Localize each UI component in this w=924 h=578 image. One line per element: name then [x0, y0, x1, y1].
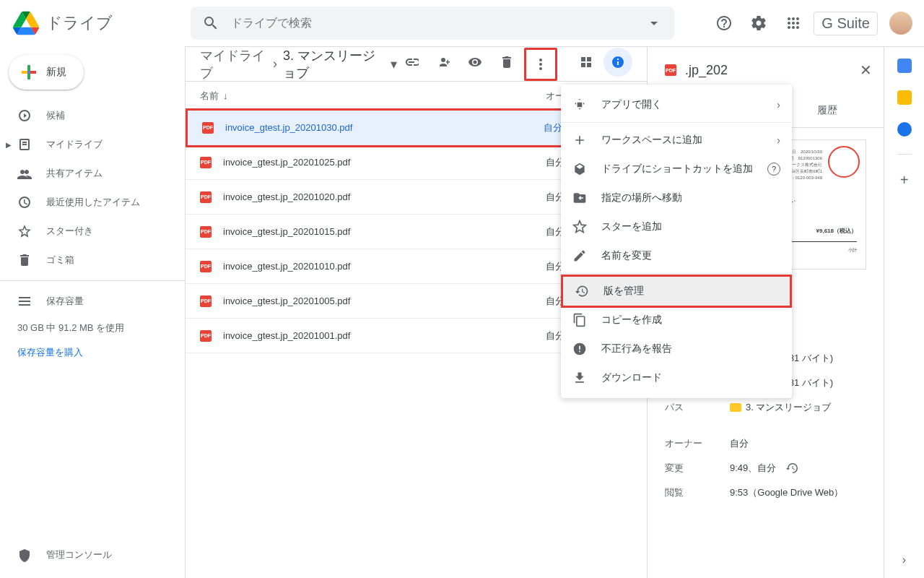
breadcrumb-root[interactable]: マイドライブ: [200, 47, 267, 82]
sort-arrow-icon[interactable]: ↓: [223, 90, 228, 101]
nav-recent[interactable]: 最近使用したアイテム: [0, 188, 173, 217]
pdf-icon: PDF: [200, 226, 212, 238]
preview-icon[interactable]: [461, 48, 489, 77]
svg-point-1: [539, 63, 542, 66]
breadcrumb-bar: マイドライブ › 3. マンスリージョブ ▾: [186, 47, 647, 82]
menu-rename[interactable]: 名前を変更: [561, 241, 792, 270]
tasks-app-icon[interactable]: [897, 122, 912, 137]
file-name: invoice_gtest.jp_20201015.pdf: [223, 226, 350, 237]
gsuite-label[interactable]: G Suite: [814, 12, 878, 35]
menu-report-abuse[interactable]: 不正行為を報告: [561, 335, 792, 363]
folder-icon: [730, 403, 741, 412]
context-menu: アプリで開く› ワークスペースに追加› ドライブにショートカットを追加? 指定の…: [561, 85, 792, 398]
pdf-icon: PDF: [200, 330, 212, 342]
nav-priority[interactable]: 候補: [0, 101, 173, 130]
menu-make-copy[interactable]: コピーを作成: [561, 306, 792, 335]
file-name: invoice_gtest.jp_20201001.pdf: [223, 330, 350, 341]
pdf-icon: PDF: [665, 64, 676, 76]
search-input[interactable]: [231, 17, 634, 30]
add-app-icon[interactable]: +: [900, 172, 909, 189]
storage-usage: 30 GB 中 91.2 MB を使用: [0, 316, 185, 340]
apps-icon[interactable]: [779, 9, 808, 38]
new-button-label: 新規: [46, 66, 66, 79]
sidebar: 新規 候補 ▶マイドライブ 共有アイテム 最近使用したアイテム スター付き ゴミ…: [0, 46, 185, 578]
menu-download[interactable]: ダウンロード: [561, 363, 792, 392]
get-link-icon[interactable]: [397, 48, 426, 77]
pdf-icon: PDF: [200, 191, 212, 203]
file-area: マイドライブ › 3. マンスリージョブ ▾: [186, 47, 647, 578]
search-bar[interactable]: [191, 7, 674, 40]
pdf-icon: PDF: [200, 157, 212, 168]
tab-history[interactable]: 履歴: [800, 93, 855, 127]
new-button[interactable]: 新規: [9, 55, 84, 90]
toolbar: [397, 48, 632, 81]
header-actions: G Suite: [710, 9, 912, 38]
nav-trash[interactable]: ゴミ箱: [0, 246, 173, 275]
file-name: invoice_gtest.jp_20201005.pdf: [223, 296, 350, 306]
pdf-icon: PDF: [202, 122, 214, 134]
path-link[interactable]: 3. マンスリージョブ: [730, 401, 866, 414]
drive-logo-icon: [12, 9, 40, 38]
info-button[interactable]: [603, 48, 632, 77]
file-name: invoice_gtest.jp_20201025.pdf: [223, 157, 350, 168]
menu-move-to[interactable]: 指定の場所へ移動: [561, 184, 792, 212]
share-icon[interactable]: [429, 48, 458, 77]
nav-storage[interactable]: 保存容量: [0, 287, 173, 316]
svg-point-0: [539, 59, 542, 61]
file-name: invoice_gtest.jp_20201010.pdf: [223, 261, 350, 272]
nav-mydrive[interactable]: ▶マイドライブ: [0, 130, 173, 159]
user-avatar[interactable]: [889, 12, 912, 35]
menu-manage-versions[interactable]: 版を管理: [563, 277, 790, 306]
delete-icon[interactable]: [492, 48, 521, 77]
app-header: ドライブ G Suite: [0, 0, 924, 46]
pdf-icon: PDF: [200, 296, 212, 307]
more-actions-button[interactable]: [526, 50, 555, 79]
buy-storage-link[interactable]: 保存容量を購入: [0, 340, 185, 365]
menu-open-with[interactable]: アプリで開く›: [561, 90, 792, 119]
grid-view-icon[interactable]: [572, 48, 601, 77]
breadcrumb-current[interactable]: 3. マンスリージョブ: [283, 47, 385, 82]
details-filename: .jp_202: [685, 63, 851, 78]
dropdown-icon[interactable]: [645, 14, 663, 32]
menu-add-shortcut[interactable]: ドライブにショートカットを追加?: [561, 155, 792, 184]
chevron-right-icon: ›: [777, 134, 780, 146]
collapse-rail-icon[interactable]: ›: [902, 553, 906, 566]
col-name: 名前↓: [200, 90, 546, 103]
main-area: マイドライブ › 3. マンスリージョブ ▾: [185, 46, 924, 578]
keep-app-icon[interactable]: [897, 90, 912, 105]
chevron-right-icon: ›: [777, 99, 780, 111]
logo-area: ドライブ: [12, 9, 185, 38]
svg-point-2: [539, 67, 542, 70]
help-icon[interactable]: ?: [767, 163, 780, 176]
close-icon[interactable]: ✕: [860, 61, 872, 79]
menu-add-workspace[interactable]: ワークスペースに追加›: [561, 126, 792, 155]
expand-icon[interactable]: ▶: [6, 141, 12, 149]
dropdown-icon[interactable]: ▾: [391, 56, 397, 72]
app-title: ドライブ: [46, 12, 113, 34]
chevron-right-icon: ›: [273, 56, 277, 72]
help-icon[interactable]: [710, 9, 738, 38]
calendar-app-icon[interactable]: [897, 59, 912, 73]
file-name: invoice_gtest.jp_20201030.pdf: [225, 122, 352, 133]
search-icon: [202, 14, 219, 32]
nav-shared[interactable]: 共有アイテム: [0, 159, 173, 188]
nav-starred[interactable]: スター付き: [0, 217, 173, 246]
file-name: invoice_gtest.jp_20201020.pdf: [223, 191, 350, 202]
admin-console[interactable]: 管理コンソール: [0, 540, 185, 569]
plus-icon: [20, 64, 38, 81]
pdf-icon: PDF: [200, 261, 212, 272]
settings-icon[interactable]: [744, 9, 773, 38]
menu-add-star[interactable]: スターを追加: [561, 212, 792, 241]
history-icon[interactable]: [786, 462, 799, 475]
side-rail: + ›: [884, 47, 924, 578]
breadcrumb: マイドライブ › 3. マンスリージョブ ▾: [200, 47, 397, 82]
